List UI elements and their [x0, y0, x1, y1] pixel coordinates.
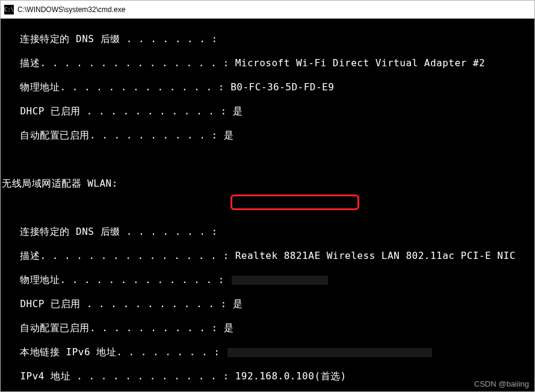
a1-autoconf-label: 自动配置已启用. . . . . . . . . . :	[2, 129, 218, 141]
a1-dns-suffix-label: 连接特定的 DNS 后缀 . . . . . . . :	[2, 33, 218, 45]
wlan-desc-value: Realtek 8821AE Wireless LAN 802.11ac PCI…	[235, 250, 516, 261]
wlan-autoconf-label: 自动配置已启用. . . . . . . . . . :	[2, 322, 218, 334]
wlan-dns-suffix-label: 连接特定的 DNS 后缀 . . . . . . . :	[2, 226, 218, 237]
terminal-output[interactable]: 连接特定的 DNS 后缀 . . . . . . . : 描述. . . . .…	[1, 19, 534, 391]
wlan-autoconf-value: 是	[224, 322, 234, 334]
cmd-window: C:\ C:\WINDOWS\system32\cmd.exe 连接特定的 DN…	[0, 0, 535, 392]
watermark: CSDN @baiiing	[474, 379, 529, 388]
a1-phys-value: B0-FC-36-5D-FD-E9	[230, 81, 334, 93]
a1-desc-value: Microsoft Wi-Fi Direct Virtual Adapter #…	[235, 57, 485, 69]
wlan-ipv4-value: 192.168.0.100(首选)	[235, 370, 347, 382]
cmd-icon: C:\	[4, 5, 14, 14]
a1-dhcp-label: DHCP 已启用 . . . . . . . . . . . :	[2, 105, 227, 117]
a1-autoconf-value: 是	[224, 129, 234, 141]
a1-desc-label: 描述. . . . . . . . . . . . . . . :	[2, 57, 229, 69]
title-bar[interactable]: C:\ C:\WINDOWS\system32\cmd.exe	[1, 1, 534, 19]
wlan-dhcp-value: 是	[233, 298, 243, 310]
wlan-ipv4-label: IPv4 地址 . . . . . . . . . . . . :	[2, 370, 229, 382]
wlan-header: 无线局域网适配器 WLAN:	[2, 178, 118, 189]
a1-dhcp-value: 是	[233, 105, 243, 117]
redacted-ipv6	[227, 348, 432, 357]
wlan-ipv6-label: 本地链接 IPv6 地址. . . . . . . . :	[2, 346, 220, 358]
window-title: C:\WINDOWS\system32\cmd.exe	[17, 5, 125, 14]
wlan-desc-label: 描述. . . . . . . . . . . . . . . :	[2, 250, 229, 261]
a1-phys-label: 物理地址. . . . . . . . . . . . . :	[2, 81, 224, 93]
wlan-phys-label: 物理地址. . . . . . . . . . . . . :	[2, 274, 224, 285]
redacted-mac	[232, 276, 328, 285]
wlan-dhcp-label: DHCP 已启用 . . . . . . . . . . . :	[2, 298, 227, 310]
